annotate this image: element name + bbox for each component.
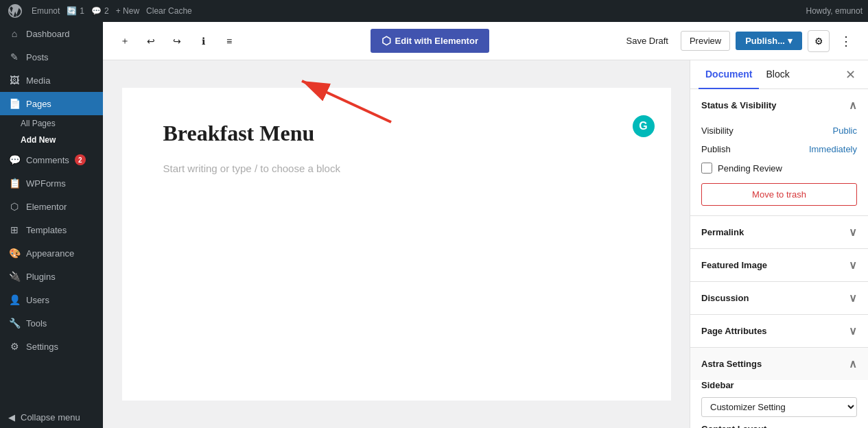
status-visibility-chevron: ∧ <box>849 99 857 112</box>
comments-item[interactable]: 💬 2 <box>91 6 109 16</box>
status-visibility-header[interactable]: Status & Visibility ∧ <box>690 89 868 121</box>
collapse-label: Collapse menu <box>21 412 80 423</box>
publish-button[interactable]: Publish... ▾ <box>736 32 802 50</box>
visibility-value[interactable]: Public <box>833 126 857 136</box>
sidebar-item-add-new[interactable]: Add New <box>0 132 103 148</box>
save-draft-button[interactable]: Save Draft <box>620 32 675 50</box>
permalink-header[interactable]: Permalink ∨ <box>690 216 868 248</box>
sidebar-item-plugins[interactable]: 🔌 Plugins <box>0 265 103 288</box>
publish-row-value[interactable]: Immediately <box>809 144 857 154</box>
preview-button[interactable]: Preview <box>681 31 730 51</box>
astra-settings-section: Astra Settings ∧ Sidebar Customizer Sett… <box>690 348 868 428</box>
sidebar-item-label: Elementor <box>26 202 67 212</box>
publish-row-label: Publish <box>701 144 731 154</box>
publish-label: Publish... <box>745 36 785 46</box>
content-layout-label: Content Layout <box>701 424 857 428</box>
plugins-icon: 🔌 <box>8 270 21 283</box>
sidebar-item-templates[interactable]: ⊞ Templates <box>0 218 103 241</box>
info-button[interactable]: ℹ <box>192 30 214 52</box>
tab-block[interactable]: Block <box>759 60 796 89</box>
astra-settings-content: Sidebar Customizer Setting Content Layou… <box>690 380 868 428</box>
redo-button[interactable]: ↪ <box>166 30 188 52</box>
undo-button[interactable]: ↩ <box>140 30 162 52</box>
page-attributes-title: Page Attributes <box>701 326 767 336</box>
edit-elementor-button[interactable]: ⬡ Edit with Elementor <box>371 29 489 53</box>
tools-icon: 🔧 <box>8 317 21 329</box>
astra-settings-title: Astra Settings <box>701 359 762 369</box>
page-placeholder-text[interactable]: Start writing or type / to choose a bloc… <box>163 163 630 174</box>
publish-chevron-icon: ▾ <box>788 36 793 46</box>
discussion-section: Discussion ∨ <box>690 282 868 315</box>
sidebar-item-label: WPForms <box>26 178 66 189</box>
panel-close-button[interactable]: ✕ <box>841 65 860 84</box>
sidebar-item-pages[interactable]: 📄 Pages <box>0 92 103 115</box>
sidebar-item-label: Pages <box>26 99 51 109</box>
sidebar-item-label: Posts <box>26 52 49 62</box>
wp-logo[interactable] <box>5 1 25 21</box>
permalink-chevron: ∨ <box>849 226 857 239</box>
sidebar-item-settings[interactable]: ⚙ Settings <box>0 335 103 358</box>
sidebar-dropdown[interactable]: Customizer Setting <box>701 397 857 417</box>
sidebar: ⌂ Dashboard ✎ Posts 🖼 Media 📄 Pages All … <box>0 22 103 428</box>
page-title[interactable]: Breakfast Menu <box>163 121 630 146</box>
settings-panel-button[interactable]: ⚙ <box>808 30 830 52</box>
sidebar-item-appearance[interactable]: 🎨 Appearance <box>0 241 103 265</box>
sidebar-item-wpforms[interactable]: 📋 WPForms <box>0 171 103 195</box>
editor-toolbar: ＋ ↩ ↪ ℹ ≡ ⬡ Edit with Elementor Save Dra… <box>103 22 868 60</box>
astra-settings-header[interactable]: Astra Settings ∧ <box>690 348 868 380</box>
sidebar-item-comments[interactable]: 💬 Comments 2 <box>0 148 103 171</box>
discussion-title: Discussion <box>701 293 749 303</box>
featured-image-section: Featured Image ∨ <box>690 249 868 282</box>
wpforms-icon: 📋 <box>8 177 21 189</box>
discussion-header[interactable]: Discussion ∨ <box>690 282 868 314</box>
sidebar-item-dashboard[interactable]: ⌂ Dashboard <box>0 22 103 45</box>
updates-item[interactable]: 🔄 1 <box>67 6 84 16</box>
sidebar-item-label: Comments <box>26 155 69 165</box>
right-panel: Document Block ✕ Status & Visibility ∧ V… <box>690 60 868 428</box>
sidebar-item-label: Plugins <box>26 272 56 282</box>
admin-bar: Emunot 🔄 1 💬 2 + New Clear Cache Howdy, … <box>0 0 868 22</box>
page-content: G Breakfast Menu Start writing or type /… <box>122 88 671 401</box>
pending-review-checkbox[interactable] <box>701 163 712 174</box>
sidebar-item-elementor[interactable]: ⬡ Elementor <box>0 195 103 218</box>
sidebar-item-label: Settings <box>26 342 58 352</box>
media-icon: 🖼 <box>8 74 21 86</box>
comments-badge: 2 <box>75 154 86 165</box>
move-to-trash-button[interactable]: Move to trash <box>701 183 857 206</box>
sidebar-item-tools[interactable]: 🔧 Tools <box>0 311 103 335</box>
featured-image-header[interactable]: Featured Image ∨ <box>690 249 868 281</box>
tools-menu-button[interactable]: ≡ <box>218 30 240 52</box>
appearance-icon: 🎨 <box>8 247 21 259</box>
sidebar-item-users[interactable]: 👤 Users <box>0 288 103 311</box>
featured-image-title: Featured Image <box>701 260 767 270</box>
status-visibility-title: Status & Visibility <box>701 100 777 110</box>
sidebar-item-label: Users <box>26 295 49 305</box>
status-visibility-section: Status & Visibility ∧ Visibility Public … <box>690 89 868 216</box>
add-block-button[interactable]: ＋ <box>114 30 136 52</box>
more-options-button[interactable]: ⋮ <box>835 30 857 52</box>
site-name[interactable]: Emunot <box>32 6 60 16</box>
tab-document[interactable]: Document <box>699 60 759 89</box>
sidebar-item-label: Templates <box>26 225 67 235</box>
page-attributes-section: Page Attributes ∨ <box>690 315 868 348</box>
permalink-title: Permalink <box>701 227 744 237</box>
page-attributes-header[interactable]: Page Attributes ∨ <box>690 315 868 347</box>
sidebar-item-media[interactable]: 🖼 Media <box>0 69 103 92</box>
editor-canvas: G Breakfast Menu Start writing or type /… <box>103 60 690 428</box>
elementor-icon: ⬡ <box>8 200 21 213</box>
page-attributes-chevron: ∨ <box>849 324 857 337</box>
status-visibility-content: Visibility Public Publish Immediately Pe… <box>690 121 868 215</box>
clear-cache-item[interactable]: Clear Cache <box>146 6 192 16</box>
new-item[interactable]: + New <box>116 6 139 16</box>
pending-review-row: Pending Review <box>701 158 857 178</box>
astra-settings-chevron: ∧ <box>849 357 857 370</box>
sidebar-item-posts[interactable]: ✎ Posts <box>0 45 103 69</box>
pages-icon: 📄 <box>8 97 21 110</box>
sidebar-item-all-pages[interactable]: All Pages <box>0 115 103 132</box>
settings-icon: ⚙ <box>8 340 21 353</box>
sidebar-collapse[interactable]: ◀ Collapse menu <box>0 407 103 428</box>
featured-image-chevron: ∨ <box>849 259 857 272</box>
sidebar-field-label: Sidebar <box>701 380 857 390</box>
sidebar-item-label: Tools <box>26 318 47 329</box>
discussion-chevron: ∨ <box>849 292 857 305</box>
